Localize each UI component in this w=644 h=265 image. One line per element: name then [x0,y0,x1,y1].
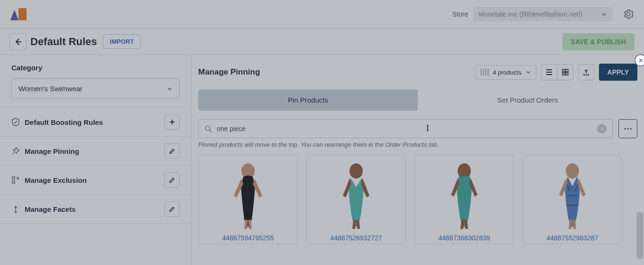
sidebar-item-facets[interactable]: Manage Facets [0,195,191,224]
sidebar-item-pinning[interactable]: Manage Pinning [0,137,191,166]
close-icon: ✕ [638,57,644,64]
pin-icon [11,147,20,155]
gear-icon[interactable] [623,9,634,19]
product-image [426,160,502,231]
sidebar: Category Women's Swimwear Default Boosti… [0,55,192,265]
edit-button[interactable] [165,172,180,188]
pencil-icon [169,148,175,154]
store-value: Monetate.me (fifthlevelfashion.net/) [478,10,582,18]
add-button[interactable] [165,114,180,130]
search-box[interactable]: I ✕ [198,119,613,138]
svg-rect-1 [12,181,15,183]
chevron-down-icon [167,86,173,92]
grid-icon [561,68,569,76]
product-sku: 44887552983287 [546,234,598,242]
product-card[interactable]: 44887526932727 [306,155,406,244]
list-view-button[interactable] [541,64,557,80]
category-section: Category Women's Swimwear [0,55,191,108]
scrollbar[interactable] [636,212,643,259]
text-cursor-icon: I [426,123,427,133]
product-sku: 44887594795255 [222,234,274,242]
plus-icon [169,119,175,125]
logo [10,8,27,20]
store-label: Store [452,10,468,18]
svg-rect-5 [566,73,568,75]
product-sku: 44887368302839 [438,234,490,242]
clear-search-button[interactable]: ✕ [597,124,607,133]
facets-icon [11,205,20,213]
svg-point-11 [350,163,363,179]
products-grid: 44887594795255 44887526932727 4488736830… [198,155,637,244]
close-icon: ✕ [600,126,604,132]
close-button[interactable]: ✕ [635,54,644,66]
exclusion-icon [11,176,20,184]
product-count-selector[interactable]: 4 products [475,65,536,80]
svg-point-13 [566,163,579,179]
product-card[interactable]: 44887552983287 [523,155,622,244]
svg-point-7 [624,128,626,129]
edit-button[interactable] [165,201,180,217]
tab-pin-products[interactable]: Pin Products [198,89,418,111]
import-button[interactable]: IMPORT [103,34,141,49]
top-bar: Store Monetate.me (fifthlevelfashion.net… [0,0,644,28]
product-card[interactable]: 44887368302839 [414,155,514,244]
edit-button[interactable] [165,143,180,159]
sidebar-item-exclusion[interactable]: Manage Exclusion [0,166,191,195]
pencil-icon [169,177,175,183]
sidebar-item-label: Manage Facets [25,205,76,213]
tab-set-product-orders[interactable]: Set Product Orders [418,89,637,111]
arrow-left-icon [14,38,22,46]
svg-point-8 [627,128,628,129]
grip-icon [480,69,489,76]
more-icon [624,127,632,130]
grid-view-button[interactable] [557,64,573,80]
main-title: Manage Pinning [198,67,260,77]
sidebar-item-label: Manage Exclusion [25,176,87,184]
list-icon [545,68,553,76]
sidebar-item-boosting[interactable]: Default Boosting Rules [0,108,191,137]
product-image [318,160,394,231]
category-selector[interactable]: Women's Swimwear [11,78,180,99]
svg-rect-4 [562,73,565,75]
svg-rect-3 [566,69,568,72]
page-title: Default Rules [30,36,97,48]
export-icon [582,68,590,76]
more-options-button[interactable] [618,119,637,138]
shield-icon [11,118,20,126]
tabs: Pin Products Set Product Orders [198,89,637,111]
product-card[interactable]: 44887594795255 [198,155,298,244]
pinning-hint: Pinned products will move to the top. Yo… [198,141,637,148]
pencil-icon [169,206,175,212]
category-value: Women's Swimwear [18,85,83,93]
search-input[interactable] [217,125,592,132]
svg-rect-0 [12,177,15,179]
product-sku: 44887526932727 [330,234,382,242]
apply-button[interactable]: APPLY [599,64,637,81]
save-publish-button[interactable]: SAVE & PUBLISH [562,33,635,50]
back-button[interactable] [9,33,27,50]
chevron-down-icon [601,11,607,17]
sidebar-item-label: Manage Pinning [25,147,79,155]
svg-point-9 [630,128,631,129]
main-panel: ✕ Manage Pinning 4 products [192,55,644,265]
svg-point-6 [205,126,210,131]
product-image [210,160,286,231]
svg-rect-2 [562,69,565,72]
product-image [534,160,610,231]
store-selector[interactable]: Monetate.me (fifthlevelfashion.net/) [473,7,613,21]
category-label: Category [11,64,180,72]
export-button[interactable] [578,64,594,80]
sidebar-item-label: Default Boosting Rules [25,118,103,126]
chevron-down-icon [525,69,531,75]
page-header: Default Rules IMPORT SAVE & PUBLISH [0,28,644,55]
search-icon [204,125,212,132]
product-count: 4 products [493,69,522,76]
